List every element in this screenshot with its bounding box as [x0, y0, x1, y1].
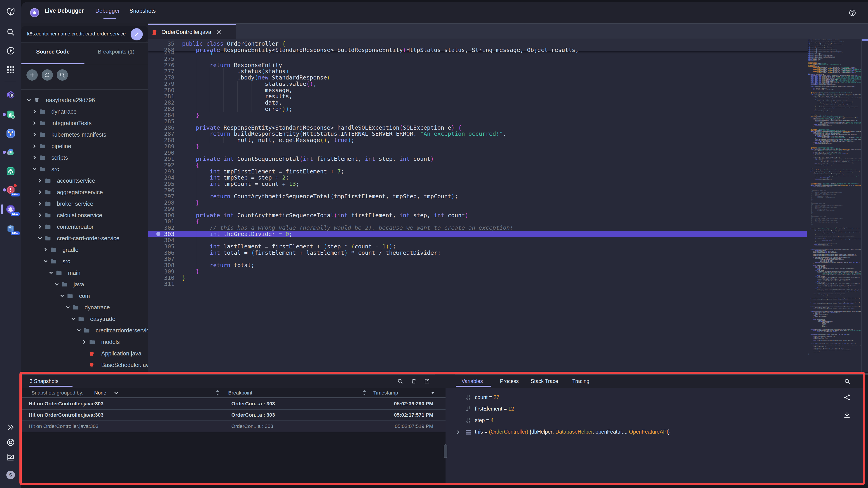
chevron-right-icon[interactable] [38, 190, 42, 194]
tree-item-scripts[interactable]: scripts [21, 152, 148, 163]
code-line[interactable]: 293 int tmpFirstElement = firstElement +… [148, 168, 807, 175]
code-line[interactable]: 287 return buildResponseEntity(HttpStatu… [148, 131, 807, 137]
code-line[interactable]: 300 private int CountArythmeticSequenceT… [148, 212, 807, 219]
chevron-right-icon[interactable] [38, 213, 42, 218]
chevron-down-icon[interactable] [60, 294, 64, 298]
code-line[interactable]: 284 } [148, 112, 807, 118]
code-line[interactable]: 283 error)); [148, 106, 807, 112]
tree-item-accountservice[interactable]: accountservice [21, 175, 148, 186]
line-number[interactable]: 306 [148, 250, 175, 256]
line-number[interactable]: 298 [148, 200, 175, 206]
tab-snapshots[interactable]: Snapshots [129, 8, 156, 14]
code-line[interactable]: 279 status.value(), [148, 81, 807, 87]
line-number[interactable]: 310 [148, 275, 175, 281]
line-number[interactable]: 277 [148, 68, 175, 74]
line-number[interactable]: 288 [148, 137, 175, 143]
code-line[interactable]: 286 private ResponseEntity<StandardRespo… [148, 125, 807, 131]
code-line[interactable]: 295 int tmpCount = count + 13; [148, 181, 807, 187]
tree-item-credit-card-order-service[interactable]: credit-card-order-service [21, 232, 148, 244]
line-number[interactable]: 35 [148, 41, 175, 47]
layers-app-icon[interactable] [0, 163, 21, 179]
search-files-button[interactable] [57, 69, 68, 80]
line-number[interactable]: 275 [148, 56, 175, 62]
line-number[interactable]: 286 [148, 125, 175, 131]
tab-source-code[interactable]: Source Code [21, 48, 85, 55]
code-line[interactable]: 275 [148, 56, 807, 62]
minimap[interactable]: package com.dynatrace.easytrade.creditca… [808, 39, 861, 356]
tree-item-application-java[interactable]: Application.java [21, 348, 148, 359]
tree-item-src[interactable]: src [21, 163, 148, 175]
sticky-code-line[interactable]: 268 private ResponseEntity<StandardRespo… [148, 47, 807, 53]
line-number[interactable]: 299 [148, 206, 175, 212]
dynatrace-logo-icon[interactable] [0, 4, 21, 20]
code-line[interactable]: 310} [148, 275, 807, 281]
line-number[interactable]: 268 [148, 47, 175, 53]
workflows-app-icon[interactable] [0, 126, 21, 141]
code-line[interactable]: 281 results, [148, 93, 807, 100]
chevron-down-icon[interactable] [55, 282, 59, 287]
tree-item-basescheduler-java[interactable]: BaseScheduler.java [21, 359, 148, 370]
line-number[interactable]: 297 [148, 193, 175, 200]
code-line[interactable]: 288 null, null, e.getMessage(), true); [148, 137, 807, 143]
chevron-right-icon[interactable] [32, 155, 37, 160]
tree-item-pipeline[interactable]: pipeline [21, 140, 148, 152]
line-number[interactable]: 287 [148, 131, 175, 137]
line-number[interactable]: 300 [148, 212, 175, 219]
tree-item-aggregatorservice[interactable]: aggregatorservice [21, 186, 148, 198]
line-number[interactable]: 283 [148, 106, 175, 112]
code-line[interactable]: 308 return total; [148, 262, 807, 268]
code-line[interactable]: 307 [148, 256, 807, 262]
line-number[interactable]: 278 [148, 74, 175, 81]
line-number[interactable]: 303 [148, 231, 175, 237]
tree-item-com[interactable]: com [21, 290, 148, 301]
chevron-right-icon[interactable] [38, 224, 42, 229]
chevron-down-icon[interactable] [49, 270, 53, 275]
edit-filter-button[interactable] [131, 28, 143, 40]
code-line[interactable]: 309 } [148, 268, 807, 275]
line-number[interactable]: 305 [148, 243, 175, 250]
tree-item-kubernetes-manifests[interactable]: kubernetes-manifests [21, 129, 148, 140]
chevron-down-icon[interactable] [38, 236, 42, 240]
code-line[interactable]: 285 [148, 118, 807, 125]
tab-debugger[interactable]: Debugger [95, 8, 120, 14]
tree-item-java[interactable]: java [21, 279, 148, 290]
code-line[interactable]: 282 data, [148, 100, 807, 106]
search-icon[interactable] [0, 24, 21, 40]
chevron-down-icon[interactable] [27, 98, 31, 102]
line-number[interactable]: 307 [148, 256, 175, 262]
apps-grid-icon[interactable] [0, 62, 21, 77]
line-number[interactable]: 308 [148, 262, 175, 268]
line-number[interactable]: 284 [148, 112, 175, 118]
sticky-code-line[interactable]: 35public class OrderController { [148, 41, 807, 47]
code-line[interactable]: 294 int tmpStep = step + 2; [148, 174, 807, 181]
line-number[interactable]: 290 [148, 150, 175, 156]
line-number[interactable]: 311 [148, 281, 175, 287]
code-line[interactable]: 304 [148, 237, 807, 243]
line-number[interactable]: 281 [148, 93, 175, 100]
tab-breakpoints[interactable]: Breakpoints (1) [85, 48, 148, 55]
code-line[interactable]: 292 { [148, 162, 807, 168]
line-number[interactable]: 279 [148, 81, 175, 87]
tree-item-gradle[interactable]: gradle [21, 244, 148, 255]
tree-item-integrationtests[interactable]: integrationTests [21, 117, 148, 129]
code-line[interactable]: 303 int theGreatDivider = 0; [148, 231, 807, 237]
line-number[interactable]: 291 [148, 156, 175, 162]
help-lifebuoy-icon[interactable] [0, 435, 21, 450]
chevron-right-icon[interactable] [32, 132, 37, 137]
code-line[interactable]: 297 return CountArythmeticSequenceTotal(… [148, 193, 807, 200]
line-number[interactable]: 295 [148, 181, 175, 187]
code-line[interactable]: 298 } [148, 200, 807, 206]
chevron-right-icon[interactable] [43, 248, 48, 252]
expand-rail-icon[interactable] [0, 420, 21, 435]
code-line[interactable]: 276 return ResponseEntity [148, 62, 807, 68]
line-number[interactable]: 285 [148, 118, 175, 125]
line-number[interactable]: 301 [148, 218, 175, 225]
line-number[interactable]: 302 [148, 225, 175, 231]
help-icon[interactable] [848, 9, 856, 19]
appengine-app-icon[interactable] [0, 144, 21, 160]
line-number[interactable]: 293 [148, 168, 175, 175]
filter-query[interactable]: k8s.container.name:credit-card-order-ser… [27, 31, 126, 37]
usage-chart-icon[interactable] [0, 450, 21, 465]
tree-item-creditcardorderservice[interactable]: creditcardorderservice [21, 325, 148, 336]
code-line[interactable]: 290 [148, 150, 807, 156]
